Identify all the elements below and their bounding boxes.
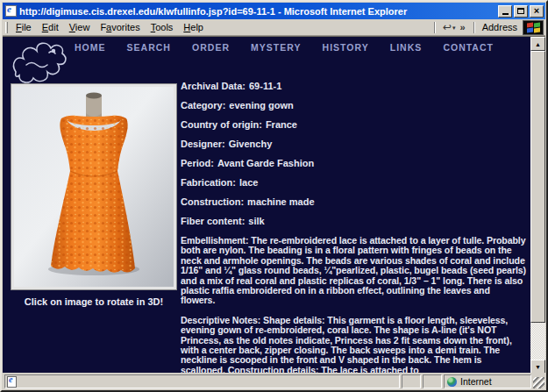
- main-navigation: HOME SEARCH ORDER MYSTERY HISTORY LINKS …: [75, 41, 494, 53]
- field-designer: Designer:Givenchy: [181, 139, 526, 149]
- window-title: http://digimuse.cis.drexel.edu/klwfullin…: [19, 6, 498, 17]
- menu-edit[interactable]: Edit: [37, 20, 64, 34]
- status-message-panel: [4, 374, 400, 388]
- field-country: Country of origin:France: [181, 120, 526, 130]
- toolbar-grip[interactable]: [5, 22, 8, 33]
- nav-link-home[interactable]: HOME: [75, 42, 106, 53]
- field-period: Period:Avant Garde Fashion: [181, 159, 526, 168]
- minimize-button[interactable]: [498, 5, 512, 18]
- ie-throbber-icon: [523, 20, 544, 35]
- menu-tools[interactable]: Tools: [146, 20, 179, 34]
- field-category: Category:evening gown: [181, 101, 526, 110]
- field-construction: Construction:machine made: [181, 197, 526, 207]
- maximize-button[interactable]: [514, 5, 528, 18]
- field-fabrication: Fabrication:lace: [181, 178, 526, 188]
- close-button[interactable]: ×: [530, 5, 544, 18]
- dragon-logo-icon: [8, 38, 69, 89]
- back-icon[interactable]: ↩: [443, 21, 452, 33]
- zone-label: Internet: [460, 376, 492, 387]
- nav-link-links[interactable]: LINKS: [390, 42, 423, 53]
- status-panel: [423, 374, 442, 388]
- scroll-down-icon: ▼: [535, 364, 541, 370]
- title-bar[interactable]: http://digimuse.cis.drexel.edu/klwfullin…: [3, 3, 545, 19]
- menu-bar: File Edit View Favorites Tools Help ↩ ▾ …: [3, 19, 545, 36]
- garment-details: Archival Data:69-11-1 Category:evening g…: [181, 82, 526, 374]
- toolbar-overflow-icon[interactable]: »: [460, 22, 466, 32]
- menu-favorites[interactable]: Favorites: [95, 20, 145, 34]
- scroll-up-button[interactable]: ▲: [530, 37, 545, 51]
- nav-link-history[interactable]: HISTORY: [323, 42, 369, 53]
- scroll-up-icon: ▲: [535, 41, 541, 47]
- orange-gown-illustration: [14, 87, 174, 287]
- back-dropdown-icon[interactable]: ▾: [452, 25, 456, 32]
- menu-view[interactable]: View: [64, 20, 96, 34]
- scrollbar-thumb[interactable]: [530, 51, 545, 323]
- maximize-icon: [517, 8, 524, 14]
- scroll-down-button[interactable]: ▼: [530, 360, 545, 374]
- internet-zone-icon: [447, 377, 457, 387]
- toolbar-separator: [434, 22, 436, 33]
- ie-page-icon: [5, 5, 17, 17]
- minimize-icon: [502, 13, 509, 15]
- nav-link-order[interactable]: ORDER: [192, 42, 230, 53]
- field-fiber-content: Fiber content:silk: [181, 217, 526, 226]
- window-resize-grip[interactable]: [533, 377, 544, 388]
- menu-file[interactable]: File: [11, 20, 37, 34]
- menu-help[interactable]: Help: [178, 20, 209, 34]
- descriptive-notes-paragraph: Descriptive Notes: Shape details: This g…: [181, 316, 526, 374]
- toolbar-separator: [473, 22, 475, 33]
- document-icon: [7, 376, 17, 388]
- page-body: HOME SEARCH ORDER MYSTERY HISTORY LINKS …: [3, 37, 530, 374]
- embellishment-paragraph: Embellishment: The re-embroidered lace i…: [181, 236, 526, 306]
- nav-link-mystery[interactable]: MYSTERY: [251, 42, 301, 53]
- photo-caption: Click on image to rotate in 3D!: [10, 296, 178, 308]
- browser-window: http://digimuse.cis.drexel.edu/klwfullin…: [0, 0, 548, 392]
- status-bar: Internet: [3, 373, 545, 389]
- nav-link-search[interactable]: SEARCH: [127, 42, 171, 53]
- close-icon: ×: [534, 6, 539, 16]
- vertical-scrollbar[interactable]: ▲ ▼: [530, 37, 545, 374]
- nav-link-contact[interactable]: CONTACT: [443, 42, 494, 53]
- field-archival-data: Archival Data:69-11-1: [181, 82, 526, 91]
- browser-viewport: HOME SEARCH ORDER MYSTERY HISTORY LINKS …: [3, 36, 545, 374]
- status-panel: [402, 374, 421, 388]
- security-zone-panel: Internet: [444, 374, 531, 388]
- gown-3d-image[interactable]: [11, 84, 176, 289]
- address-bar-label[interactable]: Address: [482, 22, 517, 32]
